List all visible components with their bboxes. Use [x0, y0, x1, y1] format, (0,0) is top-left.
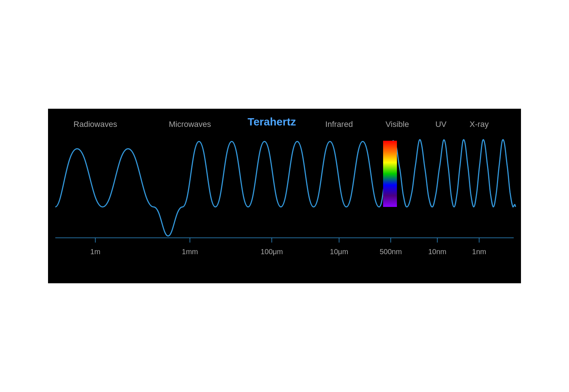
visible-label: Visible: [386, 120, 409, 129]
scale-100um: 100μm: [260, 248, 283, 256]
radiowaves-label: Radiowaves: [73, 120, 117, 129]
xray-label: X-ray: [470, 120, 489, 129]
uv-label: UV: [435, 120, 447, 129]
scale-1m: 1m: [90, 248, 100, 256]
scale-1nm: 1nm: [472, 248, 486, 256]
scale-500nm: 500nm: [379, 248, 402, 256]
svg-rect-0: [48, 109, 521, 283]
scale-1mm: 1mm: [182, 248, 198, 256]
spectrum-diagram: Radiowaves Microwaves Terahertz Infrared…: [48, 109, 521, 283]
microwaves-label: Microwaves: [169, 120, 211, 129]
terahertz-label: Terahertz: [248, 116, 296, 128]
infrared-label: Infrared: [325, 120, 353, 129]
scale-10nm: 10nm: [428, 248, 446, 256]
rainbow-bar: [383, 141, 397, 207]
scale-10um: 10μm: [330, 248, 348, 256]
